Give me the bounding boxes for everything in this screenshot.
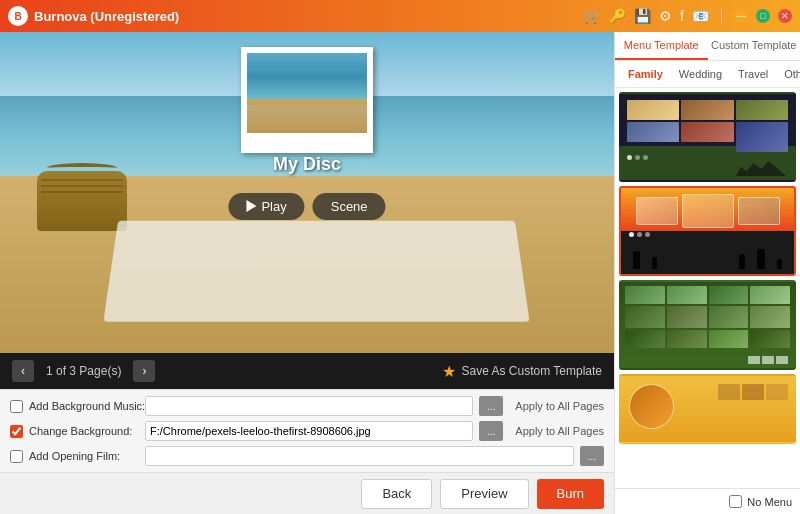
back-button[interactable]: Back xyxy=(361,479,432,509)
template-item-4[interactable] xyxy=(619,374,796,444)
change-bg-label: Change Background: xyxy=(29,425,139,437)
toolbar-icon-5[interactable]: 📧 xyxy=(692,8,709,24)
bg-music-apply-label: Apply to All Pages xyxy=(515,400,604,412)
main-layout: My Disc Play Scene ‹ 1 of 3 Page(s) › xyxy=(0,32,800,514)
bg-music-input[interactable] xyxy=(145,396,473,416)
toolbar-icon-facebook[interactable]: f xyxy=(680,8,684,24)
play-buttons: Play Scene xyxy=(228,193,385,220)
category-travel[interactable]: Travel xyxy=(731,65,775,83)
app-logo: B xyxy=(8,6,28,26)
change-bg-input[interactable] xyxy=(145,421,473,441)
blanket xyxy=(103,221,530,322)
star-icon: ★ xyxy=(442,362,456,381)
change-bg-apply-label: Apply to All Pages xyxy=(515,425,604,437)
opening-film-browse-button[interactable]: ... xyxy=(580,446,604,466)
close-button[interactable]: ✕ xyxy=(778,9,792,23)
change-bg-browse-button[interactable]: ... xyxy=(479,421,503,441)
minimize-button[interactable]: — xyxy=(734,9,748,23)
bg-music-label: Add Background Music: xyxy=(29,400,139,412)
prev-page-button[interactable]: ‹ xyxy=(12,360,34,382)
tab-custom-template[interactable]: Custom Template xyxy=(708,32,801,60)
bg-music-browse-button[interactable]: ... xyxy=(479,396,503,416)
toolbar-icon-1[interactable]: 🛒 xyxy=(584,8,601,24)
basket xyxy=(37,171,127,231)
disc-title: My Disc xyxy=(273,154,341,175)
toolbar-icon-2[interactable]: 🔑 xyxy=(609,8,626,24)
app-title: Burnova (Unregistered) xyxy=(34,9,584,24)
bg-music-row: Add Background Music: ... Apply to All P… xyxy=(10,395,604,417)
stamp-photo xyxy=(241,47,373,153)
toolbar-icon-3[interactable]: 💾 xyxy=(634,8,651,24)
toolbar-icon-4[interactable]: ⚙ xyxy=(659,8,672,24)
change-bg-row: Change Background: ... Apply to All Page… xyxy=(10,420,604,442)
play-button[interactable]: Play xyxy=(228,193,304,220)
template-tabs: Menu Template Custom Template xyxy=(615,32,800,61)
opening-film-input[interactable] xyxy=(145,446,574,466)
template-list xyxy=(615,88,800,488)
tab-menu-template[interactable]: Menu Template xyxy=(615,32,708,60)
options-bar: Add Background Music: ... Apply to All P… xyxy=(0,389,614,472)
stamp-photo-inner xyxy=(247,53,367,133)
template-item-2[interactable] xyxy=(619,186,796,276)
opening-film-checkbox[interactable] xyxy=(10,450,23,463)
opening-film-label: Add Opening Film: xyxy=(29,450,139,462)
template-item-1[interactable] xyxy=(619,92,796,182)
next-page-button[interactable]: › xyxy=(133,360,155,382)
preview-canvas: My Disc Play Scene xyxy=(0,32,614,353)
category-tabs: Family Wedding Travel Others ▶ xyxy=(615,61,800,88)
title-bar: B Burnova (Unregistered) 🛒 🔑 💾 ⚙ f 📧 — □… xyxy=(0,0,800,32)
beach-background: My Disc Play Scene xyxy=(0,32,614,353)
nav-bar: ‹ 1 of 3 Page(s) › ★ Save As Custom Temp… xyxy=(0,353,614,389)
no-menu-row: No Menu xyxy=(615,488,800,514)
change-bg-checkbox[interactable] xyxy=(10,425,23,438)
page-counter: 1 of 3 Page(s) xyxy=(46,364,121,378)
preview-area: My Disc Play Scene ‹ 1 of 3 Page(s) › xyxy=(0,32,614,514)
template-item-3[interactable] xyxy=(619,280,796,370)
window-controls: 🛒 🔑 💾 ⚙ f 📧 — □ ✕ xyxy=(584,8,792,24)
no-menu-label: No Menu xyxy=(747,496,792,508)
maximize-button[interactable]: □ xyxy=(756,9,770,23)
burn-button[interactable]: Burn xyxy=(537,479,604,509)
opening-film-row: Add Opening Film: ... xyxy=(10,445,604,467)
category-wedding[interactable]: Wedding xyxy=(672,65,729,83)
action-bar: Back Preview Burn xyxy=(0,472,614,514)
bg-music-checkbox[interactable] xyxy=(10,400,23,413)
save-template-button[interactable]: ★ Save As Custom Template xyxy=(442,362,602,381)
scene-button[interactable]: Scene xyxy=(313,193,386,220)
play-icon xyxy=(246,200,256,212)
right-panel: Menu Template Custom Template Family Wed… xyxy=(614,32,800,514)
category-family[interactable]: Family xyxy=(621,65,670,83)
preview-button[interactable]: Preview xyxy=(440,479,528,509)
no-menu-checkbox[interactable] xyxy=(729,495,742,508)
category-others[interactable]: Others xyxy=(777,65,800,83)
